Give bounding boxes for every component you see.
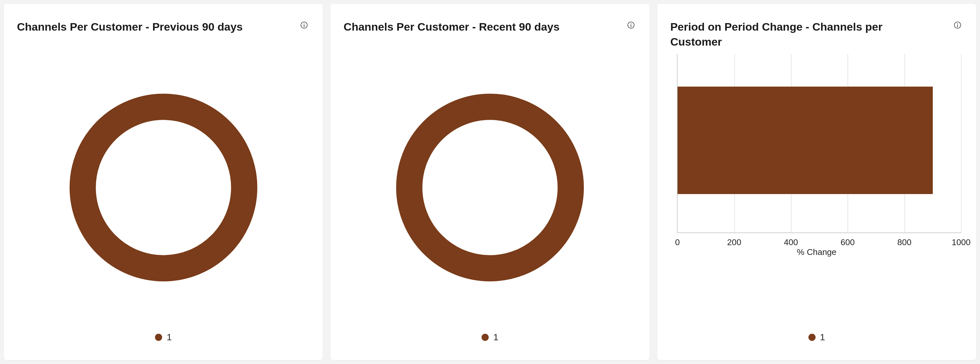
- legend-label: 1: [167, 332, 172, 343]
- bar-chart-period-change eq: 02004006008001000 % Change: [670, 54, 963, 321]
- bar-plot: 02004006008001000 % Change: [670, 54, 963, 256]
- x-tick-label: 600: [841, 237, 855, 248]
- gridline: [961, 54, 962, 232]
- legend-dot: [155, 334, 162, 341]
- card-channels-recent-90d: Channels Per Customer - Recent 90 days 1: [331, 4, 649, 360]
- bar-plot-inner: 02004006008001000: [677, 54, 961, 233]
- donut-wrap: [62, 87, 264, 288]
- x-tick-label: 1000: [952, 237, 970, 248]
- bar-1: [678, 87, 933, 194]
- card-header: Channels Per Customer - Recent 90 days: [344, 19, 636, 51]
- donut-wrap: [389, 87, 591, 288]
- card-period-change: Period on Period Change - Channels per C…: [657, 4, 976, 360]
- donut-chart-recent: [344, 54, 636, 321]
- svg-point-7: [957, 23, 958, 24]
- card-title: Channels Per Customer - Recent 90 days: [344, 19, 559, 35]
- legend: 1: [344, 327, 636, 347]
- dashboard-row: Channels Per Customer - Previous 90 days…: [0, 0, 980, 364]
- info-icon-button[interactable]: [625, 19, 636, 30]
- x-tick-label: 400: [784, 237, 798, 248]
- info-icon: [300, 21, 308, 29]
- legend-dot: [808, 334, 816, 341]
- svg-point-1: [304, 23, 304, 24]
- x-axis-label: % Change: [670, 247, 963, 257]
- x-tick-label: 800: [897, 237, 911, 248]
- card-title: Period on Period Change - Channels per C…: [670, 19, 919, 49]
- legend-label: 1: [820, 332, 825, 343]
- x-tick-label: 200: [727, 237, 741, 248]
- legend: 1: [17, 327, 310, 347]
- card-header: Channels Per Customer - Previous 90 days: [17, 19, 310, 51]
- x-tick-label: 0: [675, 237, 679, 248]
- card-header: Period on Period Change - Channels per C…: [670, 19, 963, 51]
- legend: 1: [670, 327, 963, 347]
- info-icon: [627, 21, 635, 29]
- legend-dot: [482, 334, 489, 341]
- legend-label: 1: [493, 332, 498, 343]
- info-icon-button[interactable]: [952, 19, 963, 30]
- card-title: Channels Per Customer - Previous 90 days: [17, 19, 243, 35]
- donut-slice-1: [409, 107, 571, 268]
- info-icon: [953, 21, 962, 29]
- card-channels-previous-90d: Channels Per Customer - Previous 90 days…: [4, 4, 323, 360]
- info-icon-button[interactable]: [299, 19, 310, 30]
- svg-point-4: [630, 23, 631, 24]
- donut-slice-1: [83, 107, 244, 268]
- donut-chart-previous: [17, 54, 310, 321]
